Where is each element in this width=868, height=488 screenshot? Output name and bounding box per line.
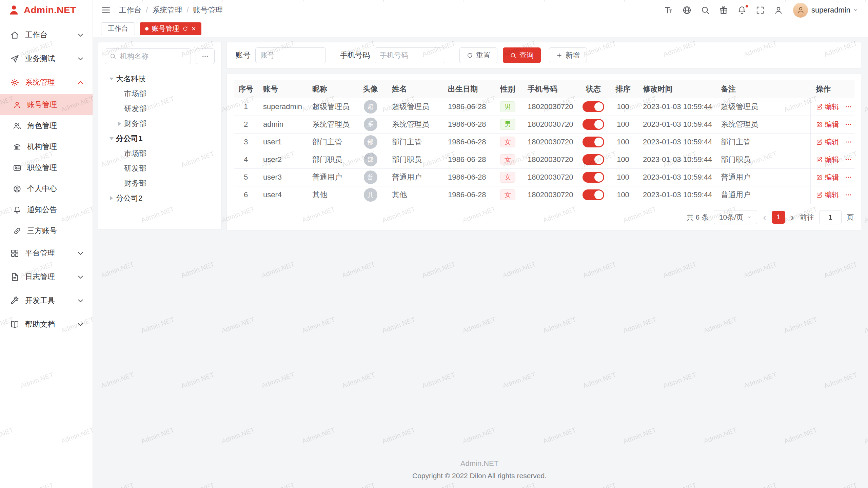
notification-icon-button[interactable]	[733, 5, 751, 15]
status-toggle[interactable]	[583, 119, 604, 130]
tree-node[interactable]: 分公司1	[105, 131, 215, 146]
sidebar-item[interactable]: 工作台	[0, 23, 93, 47]
sidebar-item[interactable]: 开发工具	[0, 289, 93, 312]
caret-icon[interactable]	[107, 137, 116, 140]
row-more-button[interactable]	[845, 191, 852, 199]
sidebar-subitem[interactable]: 职位管理	[0, 157, 93, 178]
app-logo[interactable]: Admin.NET	[0, 0, 93, 20]
edit-button[interactable]: 编辑	[816, 120, 839, 129]
theme-icon-button[interactable]	[714, 5, 733, 15]
tab[interactable]: 工作台	[101, 22, 135, 35]
sidebar-subitem[interactable]: 账号管理	[0, 94, 93, 115]
prev-page-button[interactable]: ‹	[762, 212, 767, 222]
tree-node[interactable]: 财务部	[105, 116, 215, 131]
breadcrumb-item[interactable]: 工作台	[119, 5, 141, 15]
row-more-button[interactable]	[845, 156, 852, 163]
sidebar-item[interactable]: 业务测试	[0, 47, 93, 70]
sidebar-subitem[interactable]: 通知公告	[0, 199, 93, 220]
next-page-button[interactable]: ›	[790, 212, 795, 222]
tree-node-label: 财务部	[124, 119, 146, 129]
profile-icon	[774, 5, 783, 15]
username[interactable]: superadmin	[811, 6, 850, 15]
org-search-input[interactable]	[119, 52, 186, 61]
tree-more-button[interactable]	[196, 48, 215, 64]
column-header-mtime: 修改时间	[637, 80, 715, 98]
status-toggle[interactable]	[583, 101, 604, 112]
sidebar-item[interactable]: 帮助文档	[0, 312, 93, 336]
sidebar-item[interactable]: 日志管理	[0, 265, 93, 289]
account-input[interactable]	[255, 47, 326, 63]
tree-node-label: 财务部	[124, 178, 146, 188]
row-more-button[interactable]	[845, 103, 852, 110]
status-toggle[interactable]	[583, 172, 604, 183]
edit-button[interactable]: 编辑	[816, 190, 839, 200]
current-page-button[interactable]: 1	[772, 211, 785, 224]
cell-nickname: 系统管理员	[307, 116, 354, 133]
avatar-person-icon	[796, 6, 805, 14]
cell-status	[578, 116, 609, 133]
reset-button[interactable]: 重置	[459, 47, 497, 63]
tree-node[interactable]: 大名科技	[105, 72, 215, 86]
more-icon	[845, 174, 852, 181]
cell-name: 部门职员	[387, 151, 442, 168]
tree-node-label: 市场部	[124, 89, 146, 99]
status-toggle[interactable]	[583, 154, 604, 165]
status-toggle[interactable]	[583, 137, 604, 147]
page-size-value: 10条/页	[719, 212, 743, 222]
sidebar-subitem[interactable]: 个人中心	[0, 178, 93, 199]
tree-node[interactable]: 市场部	[105, 146, 215, 161]
tab-active[interactable]: 账号管理×	[140, 22, 201, 35]
row-more-button[interactable]	[845, 121, 852, 128]
cell-no: 2	[234, 116, 258, 133]
edit-button[interactable]: 编辑	[816, 137, 839, 147]
sidebar-subitem[interactable]: 角色管理	[0, 115, 93, 136]
breadcrumb-item[interactable]: 账号管理	[193, 5, 223, 15]
row-more-button[interactable]	[845, 138, 852, 146]
goto-page-input[interactable]	[819, 210, 842, 224]
caret-icon[interactable]	[107, 196, 116, 200]
breadcrumb-item[interactable]: 系统管理	[152, 5, 182, 15]
cell-avatar: 普	[354, 168, 387, 186]
query-button[interactable]: 查询	[503, 47, 541, 63]
cell-gender: 男	[493, 98, 522, 116]
row-more-button[interactable]	[845, 174, 852, 181]
sidebar-subitem[interactable]: 机构管理	[0, 136, 93, 157]
fontsize-icon-button[interactable]	[659, 5, 678, 15]
add-button[interactable]: 新增	[549, 47, 587, 63]
search-icon-button[interactable]	[696, 5, 714, 15]
language-icon	[682, 5, 692, 15]
caret-icon[interactable]	[107, 78, 116, 80]
tree-node-label: 研发部	[124, 163, 146, 174]
tree-node[interactable]: 研发部	[105, 101, 215, 116]
column-header-avatar: 头像	[354, 80, 387, 98]
cell-avatar: 部	[354, 133, 387, 151]
tab-close-icon[interactable]: ×	[192, 25, 196, 33]
caret-icon[interactable]	[115, 122, 124, 126]
tree-node[interactable]: 研发部	[105, 161, 215, 176]
sidebar-subitem-label: 三方账号	[27, 226, 85, 236]
sidebar-item[interactable]: 平台管理	[0, 241, 93, 265]
tree-node[interactable]: 财务部	[105, 176, 215, 191]
sidebar-item[interactable]: 系统管理	[0, 70, 93, 94]
fullscreen-icon-button[interactable]	[751, 5, 769, 15]
language-icon-button[interactable]	[678, 5, 696, 15]
topbar-icons	[659, 5, 788, 15]
breadcrumb: 工作台/系统管理/账号管理	[119, 5, 223, 15]
page-size-select[interactable]: 10条/页	[714, 210, 757, 224]
edit-button[interactable]: 编辑	[816, 102, 839, 111]
sidebar-subitem[interactable]: 三方账号	[0, 220, 93, 241]
edit-button[interactable]: 编辑	[816, 172, 839, 182]
cell-account: user3	[258, 168, 307, 186]
edit-button[interactable]: 编辑	[816, 155, 839, 164]
tree-node[interactable]: 市场部	[105, 86, 215, 101]
user-avatar[interactable]	[793, 3, 808, 18]
profile-icon-button[interactable]	[769, 5, 788, 15]
org-search	[105, 48, 191, 64]
menu-collapse-icon[interactable]	[101, 5, 111, 15]
sidebar-item-label: 帮助文档	[25, 319, 76, 329]
edit-label: 编辑	[825, 102, 839, 111]
breadcrumb-separator: /	[186, 6, 189, 15]
tree-node[interactable]: 分公司2	[105, 191, 215, 206]
phone-input[interactable]	[375, 47, 445, 63]
status-toggle[interactable]	[583, 189, 604, 200]
